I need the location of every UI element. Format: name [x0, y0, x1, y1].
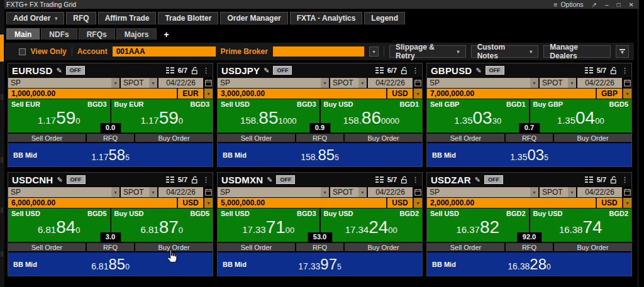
tenor-select[interactable]: SPOT ▾: [330, 187, 367, 197]
sell-order-button[interactable]: Sell Order: [427, 134, 504, 142]
calendar-icon[interactable]: [623, 78, 631, 88]
tab-main[interactable]: Main: [6, 28, 40, 40]
tile-menu-icon[interactable]: ⋮: [412, 67, 419, 75]
unlock-icon[interactable]: [401, 176, 408, 184]
custom-notes-button[interactable]: Custom Notes ▾: [471, 45, 539, 58]
tab-rfqs[interactable]: RFQs: [79, 28, 115, 40]
caret-down-icon[interactable]: ▾: [203, 89, 213, 99]
calendar-icon[interactable]: [204, 187, 213, 197]
stream-off-toggle[interactable]: OFF: [67, 175, 86, 184]
currency-select[interactable]: USD: [177, 198, 203, 208]
buy-quote[interactable]: Buy GBP BGD5 1.350400: [530, 99, 632, 133]
depth-grid-icon[interactable]: [585, 67, 593, 73]
buy-order-button[interactable]: Buy Order: [135, 134, 213, 142]
close-icon[interactable]: ✕: [629, 1, 634, 8]
buy-quote[interactable]: Buy USD BGD5 6.81870: [111, 208, 213, 242]
value-date-field[interactable]: 04/22/26: [158, 187, 203, 197]
settlement-select[interactable]: SP ▾: [8, 187, 119, 197]
value-date-field[interactable]: 04/22/26: [577, 78, 622, 88]
rfq-button[interactable]: RFQ: [66, 12, 96, 24]
buy-quote[interactable]: Buy USD BGD2 17.342400: [321, 208, 423, 242]
settlement-select[interactable]: SP ▾: [427, 187, 538, 197]
value-date-field[interactable]: 04/22/26: [577, 187, 622, 197]
rfq-button[interactable]: RFQ: [506, 134, 553, 142]
buy-order-button[interactable]: Buy Order: [554, 134, 631, 142]
sell-order-button[interactable]: Sell Order: [218, 243, 295, 251]
tenor-select[interactable]: SPOT ▾: [540, 78, 576, 88]
rfq-button[interactable]: RFQ: [296, 134, 343, 142]
edit-pencil-icon[interactable]: ✎: [57, 67, 62, 75]
rfq-button[interactable]: RFQ: [87, 243, 134, 251]
calendar-icon[interactable]: [414, 187, 422, 197]
edit-pencil-icon[interactable]: ✎: [57, 176, 62, 184]
tab-majors[interactable]: Majors: [116, 28, 157, 40]
caret-down-icon[interactable]: ▾: [622, 198, 631, 208]
value-date-field[interactable]: 04/22/26: [368, 78, 413, 88]
tab-ndfs[interactable]: NDFs: [41, 28, 77, 40]
prime-broker-input[interactable]: [273, 46, 364, 57]
add-tab-button[interactable]: +: [158, 30, 174, 40]
settlement-select[interactable]: SP ▾: [427, 78, 538, 88]
tenor-select[interactable]: SPOT ▾: [330, 78, 367, 88]
sell-order-button[interactable]: Sell Order: [218, 134, 295, 142]
sell-quote[interactable]: Sell GBP BGD1 1.350330: [427, 99, 529, 133]
currency-select[interactable]: USD: [596, 198, 622, 208]
currency-select[interactable]: GBP: [596, 89, 622, 99]
unlock-icon[interactable]: [191, 67, 199, 75]
sell-quote[interactable]: Sell EUR BGD3 1.17590: [8, 99, 110, 133]
tile-menu-icon[interactable]: ⋮: [203, 176, 209, 184]
view-only-checkbox[interactable]: [19, 48, 26, 55]
edit-pencil-icon[interactable]: ✎: [475, 67, 481, 75]
slippage-retry-button[interactable]: Slippage & Retry ▾: [389, 45, 466, 58]
caret-down-icon[interactable]: ▾: [203, 198, 213, 208]
depth-grid-icon[interactable]: [375, 67, 384, 73]
caret-down-icon[interactable]: ▾: [413, 198, 422, 208]
affirm-trade-button[interactable]: Affirm Trade: [98, 12, 157, 24]
depth-grid-icon[interactable]: [375, 176, 384, 183]
unlock-icon[interactable]: [610, 176, 618, 184]
stream-off-toggle[interactable]: OFF: [66, 66, 85, 75]
currency-select[interactable]: USD: [386, 89, 413, 99]
rfq-button[interactable]: RFQ: [506, 243, 553, 251]
settlement-select[interactable]: SP ▾: [8, 78, 119, 88]
account-input[interactable]: 001AAA: [113, 46, 216, 57]
currency-select[interactable]: USD: [386, 198, 413, 208]
manage-dealers-button[interactable]: Manage Dealers: [543, 45, 611, 58]
stream-off-toggle[interactable]: OFF: [273, 66, 292, 75]
fxta-analytics-button[interactable]: FXTA - Analytics: [290, 12, 363, 24]
edit-pencil-icon[interactable]: ✎: [264, 67, 269, 75]
value-date-field[interactable]: 04/22/26: [368, 187, 413, 197]
amount-input[interactable]: 3,000,000.00: [218, 89, 386, 99]
stream-off-toggle[interactable]: OFF: [486, 66, 504, 75]
maximize-icon[interactable]: □: [617, 1, 621, 8]
sell-quote[interactable]: Sell USD BGD3 158.851000: [218, 99, 319, 133]
currency-select[interactable]: EUR: [177, 89, 203, 99]
value-date-field[interactable]: 04/22/26: [158, 78, 203, 88]
order-manager-button[interactable]: Order Manager: [220, 12, 287, 24]
unlock-icon[interactable]: [191, 176, 199, 184]
caret-down-icon[interactable]: ▾: [413, 89, 422, 99]
unlock-icon[interactable]: [610, 67, 618, 75]
edit-pencil-icon[interactable]: ✎: [475, 176, 480, 184]
sell-quote[interactable]: Sell USD BGD3 17.337100: [218, 208, 319, 242]
stream-off-toggle[interactable]: OFF: [276, 175, 295, 184]
buy-order-button[interactable]: Buy Order: [345, 134, 422, 142]
stream-off-toggle[interactable]: OFF: [484, 175, 503, 184]
depth-grid-icon[interactable]: [585, 176, 593, 183]
popout-icon[interactable]: ↗: [592, 1, 597, 8]
sell-quote[interactable]: Sell USD BGD2 16.3782: [427, 208, 529, 242]
rfq-button[interactable]: RFQ: [296, 243, 343, 251]
amount-input[interactable]: 2,000,000.00: [427, 198, 596, 208]
collapse-grid-icon[interactable]: ▼: [616, 45, 629, 58]
edit-pencil-icon[interactable]: ✎: [267, 176, 272, 184]
tenor-select[interactable]: SPOT ▾: [121, 187, 157, 197]
unlock-icon[interactable]: [401, 67, 408, 75]
calendar-icon[interactable]: [204, 78, 213, 88]
depth-grid-icon[interactable]: [166, 67, 174, 73]
sell-order-button[interactable]: Sell Order: [8, 134, 86, 142]
calendar-icon[interactable]: [623, 187, 631, 197]
amount-input[interactable]: 7,000,000.00: [427, 89, 596, 99]
buy-order-button[interactable]: Buy Order: [554, 243, 631, 251]
calendar-icon[interactable]: [414, 78, 422, 88]
tile-menu-icon[interactable]: ⋮: [412, 176, 419, 184]
